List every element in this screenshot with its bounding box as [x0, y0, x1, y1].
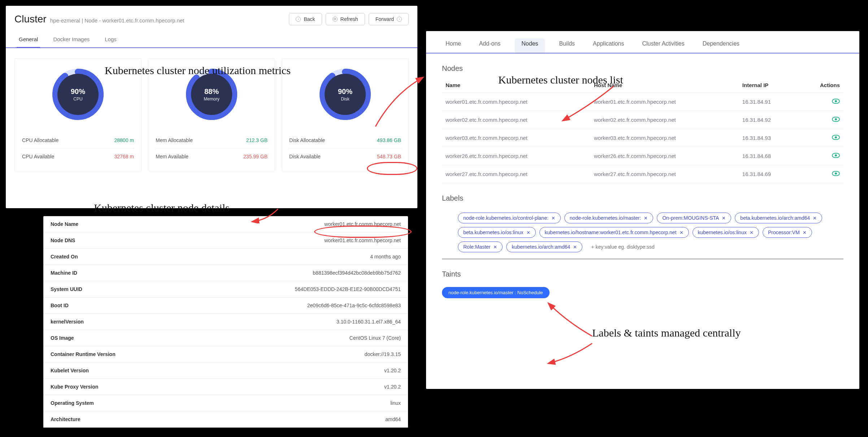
- node-name: worker03.etc.fr.comm.hpecorp.net: [442, 129, 590, 147]
- node-ip: 16.31.84.92: [739, 111, 798, 129]
- label-chip[interactable]: On-prem:MOUGINS-STA✕: [657, 213, 731, 223]
- back-button-label: Back: [304, 16, 315, 22]
- col-host[interactable]: Host Name: [590, 78, 739, 93]
- close-icon[interactable]: ✕: [493, 244, 497, 250]
- tab-dependencies[interactable]: Dependencies: [699, 38, 743, 53]
- metric-avail-label: Mem Available: [156, 154, 188, 159]
- details-value: v1.20.2: [384, 368, 401, 373]
- details-row: Boot ID2e09c6d6-85ce-471a-9c5c-6cfdc8598…: [43, 297, 408, 314]
- node-host: worker26.etc.fr.comm.hpecorp.net: [590, 147, 739, 165]
- view-icon[interactable]: [832, 153, 840, 158]
- col-ip[interactable]: Internal IP: [739, 78, 798, 93]
- label-chip[interactable]: node-role.kubernetes.io/master:✕: [564, 213, 654, 223]
- close-icon[interactable]: ✕: [722, 215, 726, 221]
- label-chip[interactable]: beta.kubernetes.io/os:linux✕: [458, 227, 536, 238]
- tab-home[interactable]: Home: [442, 38, 465, 53]
- table-row[interactable]: worker27.etc.fr.comm.hpecorp.net worker2…: [442, 165, 843, 183]
- details-value: docker://19.3.15: [365, 351, 401, 357]
- close-icon[interactable]: ✕: [644, 215, 648, 221]
- node-name: worker02.etc.fr.comm.hpecorp.net: [442, 111, 590, 129]
- label-input[interactable]: [586, 241, 828, 252]
- chip-text: beta.kubernetes.io/arch:amd64: [740, 215, 810, 221]
- close-icon[interactable]: ✕: [813, 215, 817, 221]
- refresh-button[interactable]: ⟳Refresh: [326, 13, 365, 25]
- donut-percent: 90%: [338, 87, 352, 96]
- close-icon[interactable]: ✕: [551, 215, 555, 221]
- cluster-node-panel: Cluster hpe-ezmeral | Node - worker01.et…: [6, 6, 417, 208]
- details-value: 564DE053-EDDD-242B-E1E2-90B00DCD4751: [295, 286, 401, 292]
- label-chip[interactable]: Role:Master✕: [458, 241, 503, 252]
- table-row[interactable]: worker01.etc.fr.comm.hpecorp.net worker0…: [442, 93, 843, 111]
- label-chip[interactable]: node-role.kubernetes.io/control-plane:✕: [458, 213, 561, 223]
- tab-logs[interactable]: Logs: [103, 33, 119, 47]
- tab-docker-images[interactable]: Docker Images: [51, 33, 92, 47]
- details-row: System UUID564DE053-EDDD-242B-E1E2-90B00…: [43, 281, 408, 297]
- tab-builds[interactable]: Builds: [556, 38, 579, 53]
- metric-alloc-value: 493.86 GB: [377, 137, 401, 143]
- details-row: Container Runtime Versiondocker://19.3.1…: [43, 346, 408, 363]
- chip-text: kubernetes.io/hostname:worker01.etc.fr.c…: [545, 230, 677, 235]
- details-row: Node Nameworker01.etc.fr.comm.hpecorp.ne…: [43, 216, 408, 232]
- close-icon[interactable]: ✕: [680, 230, 683, 235]
- node-host: worker03.etc.fr.comm.hpecorp.net: [590, 129, 739, 147]
- details-row: Kubelet Versionv1.20.2: [43, 363, 408, 379]
- tab-nodes[interactable]: Nodes: [515, 38, 544, 53]
- details-value: worker01.etc.fr.comm.hpecorp.net: [324, 221, 401, 227]
- metric-avail-value: 32768 m: [114, 154, 134, 159]
- node-ip: 16.31.84.69: [739, 165, 798, 183]
- view-icon[interactable]: [832, 171, 840, 176]
- table-row[interactable]: worker03.etc.fr.comm.hpecorp.net worker0…: [442, 129, 843, 147]
- details-value: 4 months ago: [370, 254, 401, 260]
- metrics-row: 90% CPU CPU Allocatable28800 m CPU Avail…: [6, 48, 417, 179]
- details-key: Operating System: [51, 400, 94, 406]
- chip-text: node-role.kubernetes.io/master:: [570, 215, 641, 221]
- close-icon[interactable]: ✕: [526, 230, 530, 235]
- metric-alloc-label: Disk Allocatable: [289, 137, 325, 143]
- close-icon[interactable]: ✕: [573, 244, 577, 250]
- chip-text: Processor:VM: [768, 230, 800, 235]
- view-icon[interactable]: [832, 99, 840, 104]
- refresh-icon: ⟳: [333, 17, 338, 22]
- cluster-tabs: General Docker Images Logs: [6, 29, 417, 48]
- node-host: worker27.etc.fr.comm.hpecorp.net: [590, 165, 739, 183]
- nodes-table: Name Host Name Internal IP Actions worke…: [442, 78, 843, 183]
- node-host: worker02.etc.fr.comm.hpecorp.net: [590, 111, 739, 129]
- donut-label: Disk: [341, 97, 349, 102]
- label-chip[interactable]: kubernetes.io/arch:amd64✕: [506, 241, 582, 252]
- metric-alloc-value: 212.3 GB: [246, 137, 268, 143]
- details-row: Kube Proxy Versionv1.20.2: [43, 379, 408, 395]
- view-icon[interactable]: [832, 117, 840, 122]
- nodes-section-title: Nodes: [426, 53, 859, 78]
- node-name: worker01.etc.fr.comm.hpecorp.net: [442, 93, 590, 111]
- forward-button[interactable]: Forward›: [369, 13, 409, 25]
- taint-chip[interactable]: node-role.kubernetes.io/master : NoSched…: [442, 287, 550, 298]
- donut-label: CPU: [73, 97, 82, 102]
- forward-button-label: Forward: [376, 16, 394, 22]
- tab-applications[interactable]: Applications: [589, 38, 628, 53]
- details-row: Machine IDb881398ecf394d42bc08deb9bb75d7…: [43, 265, 408, 281]
- label-chip[interactable]: kubernetes.io/hostname:worker01.etc.fr.c…: [539, 227, 689, 238]
- label-chip[interactable]: beta.kubernetes.io/arch:amd64✕: [735, 213, 822, 223]
- back-button[interactable]: ‹Back: [289, 13, 322, 25]
- metric-avail-label: CPU Available: [22, 154, 54, 159]
- col-name[interactable]: Name: [442, 78, 590, 93]
- tab-general[interactable]: General: [17, 33, 40, 47]
- table-row[interactable]: worker26.etc.fr.comm.hpecorp.net worker2…: [442, 147, 843, 165]
- table-row[interactable]: worker02.etc.fr.comm.hpecorp.net worker0…: [442, 111, 843, 129]
- tab-cluster-activities[interactable]: Cluster Activities: [638, 38, 688, 53]
- label-chip[interactable]: Processor:VM✕: [763, 227, 812, 238]
- labels-section-title: Labels: [426, 183, 859, 207]
- details-key: OS Image: [51, 335, 74, 341]
- view-icon[interactable]: [832, 135, 840, 140]
- details-value: CentOS Linux 7 (Core): [350, 335, 401, 341]
- close-icon[interactable]: ✕: [803, 230, 807, 235]
- details-row: Architectureamd64: [43, 411, 408, 428]
- label-chip[interactable]: kubernetes.io/os:linux✕: [693, 227, 759, 238]
- details-value: 3.10.0-1160.31.1.el7.x86_64: [337, 319, 401, 325]
- donut-chart: 90% CPU: [51, 67, 105, 121]
- close-icon[interactable]: ✕: [750, 230, 754, 235]
- node-name: worker27.etc.fr.comm.hpecorp.net: [442, 165, 590, 183]
- node-name: worker26.etc.fr.comm.hpecorp.net: [442, 147, 590, 165]
- tab-add-ons[interactable]: Add-ons: [476, 38, 504, 53]
- donut-chart: 90% Disk: [318, 67, 372, 121]
